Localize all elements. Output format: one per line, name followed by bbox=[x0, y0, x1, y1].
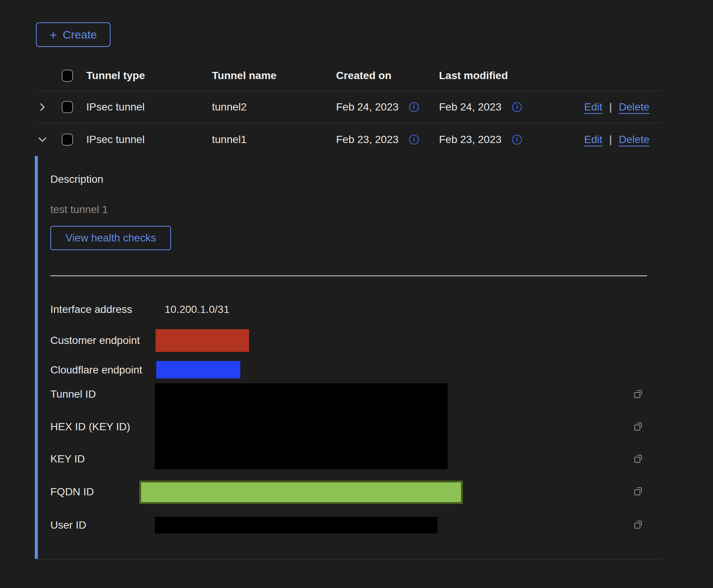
created-on-cell: Feb 24, 2023 i bbox=[336, 101, 439, 113]
cloudflare-endpoint-label: Cloudflare endpoint bbox=[50, 364, 142, 376]
delete-link[interactable]: Delete bbox=[619, 134, 649, 146]
description-label: Description bbox=[50, 173, 103, 185]
created-on-value: Feb 23, 2023 bbox=[336, 134, 399, 146]
copy-fqdn-id-icon[interactable] bbox=[632, 485, 644, 497]
copy-key-id-icon[interactable] bbox=[632, 453, 644, 465]
cloudflare-endpoint-redacted-value bbox=[156, 361, 240, 378]
edit-link[interactable]: Edit bbox=[584, 101, 602, 113]
actions-separator: | bbox=[609, 101, 612, 113]
description-value: test tunnel 1 bbox=[50, 204, 108, 216]
delete-link[interactable]: Delete bbox=[619, 101, 649, 113]
customer-endpoint-redacted-value bbox=[156, 329, 249, 352]
actions-separator: | bbox=[609, 134, 612, 146]
info-icon[interactable]: i bbox=[409, 102, 419, 112]
view-health-checks-button[interactable]: View health checks bbox=[50, 226, 171, 250]
fqdn-id-redacted-value bbox=[139, 481, 463, 504]
row-expander-cell bbox=[36, 135, 62, 145]
fqdn-id-label: FQDN ID bbox=[50, 486, 94, 498]
tunnels-page: + Create Tunnel type Tunnel name Created… bbox=[0, 0, 713, 588]
tunnel-id-label: Tunnel ID bbox=[50, 388, 96, 400]
user-id-redacted-value bbox=[155, 517, 437, 534]
tunnel-type: IPsec tunnel bbox=[86, 134, 212, 146]
row-actions: Edit | Delete bbox=[545, 101, 662, 113]
row-actions: Edit | Delete bbox=[545, 134, 662, 146]
interface-address-value: 10.200.1.0/31 bbox=[165, 303, 229, 316]
customer-endpoint-label: Customer endpoint bbox=[50, 334, 140, 347]
row-checkbox[interactable] bbox=[62, 101, 73, 113]
row-checkbox-cell bbox=[62, 101, 86, 113]
chevron-right-icon[interactable] bbox=[37, 102, 47, 112]
user-id-label: User ID bbox=[50, 519, 86, 531]
row-checkbox[interactable] bbox=[62, 134, 73, 146]
interface-address-label: Interface address bbox=[50, 303, 132, 316]
last-modified-cell: Feb 24, 2023 i bbox=[439, 101, 545, 113]
info-icon[interactable]: i bbox=[512, 102, 522, 112]
tunnel-type: IPsec tunnel bbox=[86, 101, 212, 113]
key-id-label: KEY ID bbox=[50, 453, 85, 465]
copy-hex-id-icon[interactable] bbox=[632, 420, 644, 432]
select-all-checkbox[interactable] bbox=[62, 70, 73, 82]
table-header-row: Tunnel type Tunnel name Created on Last … bbox=[36, 61, 662, 91]
create-button-label: Create bbox=[63, 28, 97, 41]
header-last-modified: Last modified bbox=[439, 70, 545, 82]
info-icon[interactable]: i bbox=[409, 135, 419, 145]
header-created-on: Created on bbox=[336, 70, 439, 82]
table-row: IPsec tunnel tunnel2 Feb 24, 2023 i Feb … bbox=[36, 91, 662, 123]
last-modified-cell: Feb 23, 2023 i bbox=[439, 134, 545, 146]
copy-user-id-icon[interactable] bbox=[632, 518, 644, 530]
last-modified-value: Feb 23, 2023 bbox=[439, 134, 501, 146]
info-icon[interactable]: i bbox=[512, 135, 522, 145]
table-row: IPsec tunnel tunnel1 Feb 23, 2023 i Feb … bbox=[36, 123, 662, 156]
edit-link[interactable]: Edit bbox=[584, 134, 602, 146]
created-on-value: Feb 24, 2023 bbox=[336, 101, 399, 113]
expanded-row-indicator-bar bbox=[35, 156, 38, 559]
plus-icon: + bbox=[50, 28, 57, 41]
tunnel-detail-panel: Description test tunnel 1 View health ch… bbox=[36, 156, 662, 559]
created-on-cell: Feb 23, 2023 i bbox=[336, 134, 439, 146]
last-modified-value: Feb 24, 2023 bbox=[439, 101, 501, 113]
panel-divider bbox=[50, 275, 647, 276]
tunnels-table: Tunnel type Tunnel name Created on Last … bbox=[36, 61, 662, 156]
header-checkbox-cell bbox=[62, 70, 86, 82]
header-tunnel-type: Tunnel type bbox=[86, 70, 212, 82]
row-checkbox-cell bbox=[62, 134, 86, 146]
chevron-down-icon[interactable] bbox=[37, 135, 47, 145]
hex-id-label: HEX ID (KEY ID) bbox=[50, 421, 130, 433]
row-expander-cell bbox=[36, 102, 62, 112]
create-button[interactable]: + Create bbox=[36, 22, 111, 47]
view-health-checks-label: View health checks bbox=[65, 232, 156, 244]
copy-tunnel-id-icon[interactable] bbox=[632, 388, 644, 400]
header-tunnel-name: Tunnel name bbox=[212, 70, 336, 82]
tunnel-name: tunnel2 bbox=[212, 101, 336, 113]
ids-redacted-value bbox=[155, 383, 448, 469]
tunnel-name: tunnel1 bbox=[212, 134, 336, 146]
